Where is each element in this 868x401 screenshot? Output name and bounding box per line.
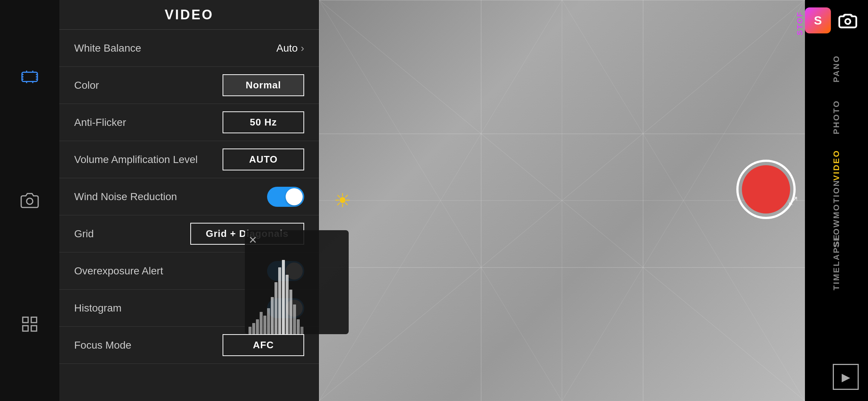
svg-rect-13 (23, 326, 28, 331)
overexposure-label: Overexposure Alert (74, 265, 163, 277)
brightness-indicator[interactable]: ☀ (334, 189, 351, 212)
white-balance-row: White Balance Auto › (59, 30, 319, 67)
svg-rect-9 (22, 72, 37, 81)
record-button[interactable] (736, 160, 796, 219)
left-icon-bar (0, 0, 59, 401)
histogram-popup: ✕ (245, 230, 349, 334)
volume-amplification-row: Volume Amplification Level AUTO (59, 141, 319, 178)
anti-flicker-value-container: 50 Hz (223, 111, 304, 133)
video-filmstrip-icon (20, 68, 39, 86)
focus-mode-label: Focus Mode (74, 339, 131, 351)
camera-grid (319, 0, 805, 401)
camera-icon-button[interactable] (15, 186, 45, 215)
anti-flicker-button[interactable]: 50 Hz (223, 111, 304, 133)
camera-viewfinder: ☀ (319, 0, 805, 401)
svg-point-10 (27, 198, 33, 205)
color-label: Color (74, 79, 99, 91)
wind-noise-toggle-container (267, 187, 304, 207)
color-row: Color Normal (59, 67, 319, 104)
wind-noise-thumb (286, 188, 303, 205)
white-balance-label: White Balance (74, 42, 141, 54)
svg-point-8 (845, 19, 850, 24)
volume-amplification-label: Volume Amplification Level (74, 154, 198, 166)
volume-amplification-button[interactable]: AUTO (223, 149, 304, 170)
stof-label: STOF (796, 11, 804, 35)
anti-flicker-row: Anti-Flicker 50 Hz (59, 104, 319, 141)
mode-photo[interactable]: PHOTO (805, 93, 868, 141)
record-inner (742, 165, 790, 213)
gallery-icon: ▶ (842, 371, 850, 384)
mode-pano[interactable]: PANO (805, 45, 868, 93)
white-balance-value[interactable]: Auto › (276, 42, 304, 54)
gallery-button[interactable]: ▶ (833, 364, 859, 390)
settings-panel: VIDEO White Balance Auto › Color Normal … (59, 0, 319, 401)
video-mode-icon-button[interactable] (15, 62, 45, 92)
svg-rect-14 (31, 326, 37, 331)
wind-noise-toggle[interactable] (267, 187, 304, 207)
camera-icon (20, 191, 39, 210)
mode-selector: PANO PHOTO VIDEO SLOWMOTION TIMELAPSE (805, 45, 868, 286)
flip-camera-button[interactable] (835, 7, 861, 33)
color-value-container: Normal (223, 74, 304, 96)
histogram-label: Histogram (74, 302, 122, 314)
svg-rect-12 (31, 317, 37, 323)
grid-label: Grid (74, 228, 94, 240)
grid-icon (20, 315, 39, 333)
grid-icon-button[interactable] (15, 309, 45, 339)
white-balance-current: Auto › (276, 42, 304, 54)
mode-timelapse[interactable]: TIMELAPSE (805, 238, 868, 286)
flip-camera-icon (838, 10, 858, 31)
mode-slowmotion[interactable]: SLOWMOTION (805, 189, 868, 238)
volume-amplification-value-container: AUTO (223, 149, 304, 170)
histogram-chart (245, 260, 349, 334)
wind-noise-row: Wind Noise Reduction (59, 178, 319, 215)
svg-rect-11 (23, 317, 28, 323)
settings-title-bar: VIDEO (59, 0, 319, 30)
profile-button[interactable]: S (805, 7, 831, 33)
focus-mode-button[interactable]: AFC (223, 334, 304, 356)
color-button[interactable]: Normal (223, 74, 304, 96)
wind-noise-track (267, 187, 304, 207)
white-balance-chevron: › (301, 42, 304, 54)
focus-mode-value-container: AFC (223, 334, 304, 356)
wind-noise-label: Wind Noise Reduction (74, 191, 177, 203)
histogram-close-button[interactable]: ✕ (249, 234, 257, 246)
anti-flicker-label: Anti-Flicker (74, 117, 126, 128)
